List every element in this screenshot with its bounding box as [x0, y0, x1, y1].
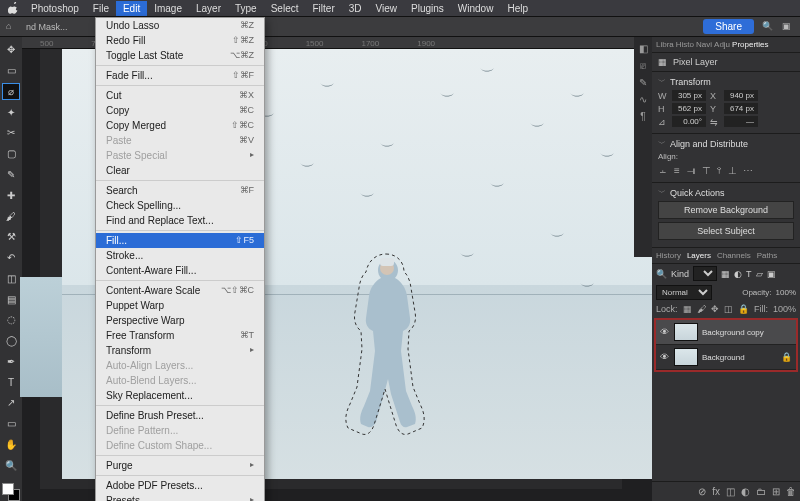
transform-heading[interactable]: Transform	[658, 76, 794, 87]
menu-plugins[interactable]: Plugins	[404, 1, 451, 16]
align-right-icon[interactable]: ⫣	[686, 165, 696, 176]
dock-icon[interactable]: ∿	[639, 94, 647, 105]
filter-smart-icon[interactable]: ▣	[767, 269, 776, 279]
menu-item-search[interactable]: Search⌘F	[96, 183, 264, 198]
select-subject-button[interactable]: Select Subject	[658, 222, 794, 240]
lock-move-icon[interactable]: ✥	[711, 304, 719, 314]
new-layer-icon[interactable]: ⊞	[772, 486, 780, 497]
filter-pixel-icon[interactable]: ▦	[721, 269, 730, 279]
menu-edit[interactable]: Edit	[116, 1, 147, 16]
menu-item-puppet-warp[interactable]: Puppet Warp	[96, 298, 264, 313]
panel-tab-navi[interactable]: Navi	[696, 40, 712, 49]
tool-lasso[interactable]: ⌀	[2, 83, 20, 101]
filter-adjust-icon[interactable]: ◐	[734, 269, 742, 279]
panel-tab-channels[interactable]: Channels	[717, 251, 751, 260]
menu-item-stroke[interactable]: Stroke...	[96, 248, 264, 263]
tool-stamp[interactable]: ⚒	[2, 228, 20, 246]
menu-item-adobe-pdf-presets[interactable]: Adobe PDF Presets...	[96, 478, 264, 493]
menu-layer[interactable]: Layer	[189, 1, 228, 16]
tool-history[interactable]: ↶	[2, 249, 20, 267]
tool-crop[interactable]: ✂	[2, 124, 20, 142]
search-icon[interactable]: 🔍	[762, 21, 774, 33]
menu-item-check-spelling[interactable]: Check Spelling...	[96, 198, 264, 213]
layers-panel-tabs[interactable]: HistoryLayersChannelsPaths	[652, 248, 800, 264]
layers-bottom-bar[interactable]: ⊘ fx ◫ ◐ 🗀 ⊞ 🗑	[652, 481, 800, 501]
home-icon[interactable]: ⌂	[6, 21, 18, 33]
align-heading[interactable]: Align and Distribute	[658, 138, 794, 149]
tool-hand[interactable]: ✋	[2, 436, 20, 454]
mask-icon[interactable]: ◫	[726, 486, 735, 497]
menu-item-clear[interactable]: Clear	[96, 163, 264, 178]
menu-image[interactable]: Image	[147, 1, 189, 16]
kind-select[interactable]	[693, 266, 717, 281]
tool-path[interactable]: ↗	[2, 394, 20, 412]
more-icon[interactable]: ⋯	[743, 165, 753, 176]
filter-type-icon[interactable]: T	[746, 269, 752, 279]
dock-icon[interactable]: ◧	[639, 43, 648, 54]
panel-tab-paths[interactable]: Paths	[757, 251, 777, 260]
menu-item-fade-fill[interactable]: Fade Fill...⇧⌘F	[96, 68, 264, 83]
dock-icon[interactable]: ¶	[640, 111, 645, 122]
tool-move[interactable]: ✥	[2, 41, 20, 59]
menu-view[interactable]: View	[369, 1, 405, 16]
tool-dodge[interactable]: ◯	[2, 332, 20, 350]
menu-photoshop[interactable]: Photoshop	[24, 1, 86, 16]
align-vcenter-icon[interactable]: ⫯	[717, 165, 722, 176]
apple-icon[interactable]	[8, 2, 20, 14]
filter-icon[interactable]: 🔍	[656, 269, 667, 279]
menu-3d[interactable]: 3D	[342, 1, 369, 16]
lock-paint-icon[interactable]: 🖌	[697, 304, 706, 314]
x-field[interactable]: 940 px	[724, 90, 758, 101]
menu-item-define-brush-preset[interactable]: Define Brush Preset...	[96, 408, 264, 423]
height-field[interactable]: 562 px	[672, 103, 706, 114]
menu-select[interactable]: Select	[264, 1, 306, 16]
menu-item-redo-fill[interactable]: Redo Fill⇧⌘Z	[96, 33, 264, 48]
y-field[interactable]: 674 px	[724, 103, 758, 114]
visibility-icon[interactable]: 👁	[660, 327, 670, 337]
layer-filter-row[interactable]: 🔍 Kind ▦ ◐ T ▱ ▣	[652, 264, 800, 283]
panel-tab-history[interactable]: History	[656, 251, 681, 260]
tool-marquee[interactable]: ▭	[2, 62, 20, 80]
menu-item-purge[interactable]: Purge	[96, 458, 264, 473]
tool-pen[interactable]: ✒	[2, 353, 20, 371]
blend-opacity-row[interactable]: Normal Opacity: 100%	[652, 283, 800, 302]
align-icons-row[interactable]: ⫠ ≡ ⫣ ⊤ ⫯ ⊥ ⋯	[658, 163, 794, 178]
fill-value[interactable]: 100%	[773, 304, 796, 314]
panel-tab-histo[interactable]: Histo	[676, 40, 694, 49]
tool-type[interactable]: T	[2, 373, 20, 391]
layers-list[interactable]: 👁Background copy👁Background🔒	[654, 318, 798, 372]
menu-item-perspective-warp[interactable]: Perspective Warp	[96, 313, 264, 328]
tool-gradient[interactable]: ▤	[2, 290, 20, 308]
menu-item-cut[interactable]: Cut⌘X	[96, 88, 264, 103]
panel-tab-properties[interactable]: Properties	[732, 40, 768, 49]
lock-artboard-icon[interactable]: ◫	[724, 304, 733, 314]
menu-item-sky-replacement[interactable]: Sky Replacement...	[96, 388, 264, 403]
menu-item-undo-lasso[interactable]: Undo Lasso⌘Z	[96, 18, 264, 33]
remove-background-button[interactable]: Remove Background	[658, 201, 794, 219]
adjust-icon[interactable]: ◐	[741, 486, 750, 497]
panel-tab-adju[interactable]: Adju	[714, 40, 730, 49]
menu-item-free-transform[interactable]: Free Transform⌘T	[96, 328, 264, 343]
layer-row[interactable]: 👁Background🔒	[656, 345, 796, 370]
edit-menu-dropdown[interactable]: Undo Lasso⌘ZRedo Fill⇧⌘ZToggle Last Stat…	[95, 17, 265, 501]
angle-field[interactable]: 0.00°	[672, 116, 706, 127]
menu-item-presets[interactable]: Presets	[96, 493, 264, 501]
panel-tab-libra[interactable]: Libra	[656, 40, 674, 49]
panel-tab-layers[interactable]: Layers	[687, 251, 711, 260]
visibility-icon[interactable]: 👁	[660, 352, 670, 362]
layer-thumbnail[interactable]	[674, 348, 698, 366]
width-field[interactable]: 305 px	[672, 90, 706, 101]
align-left-icon[interactable]: ⫠	[658, 165, 668, 176]
lock-all-icon[interactable]: 🔒	[738, 304, 749, 314]
group-icon[interactable]: 🗀	[756, 486, 766, 497]
align-bottom-icon[interactable]: ⊥	[728, 165, 737, 176]
dock-icon[interactable]: ⎚	[640, 60, 646, 71]
trash-icon[interactable]: 🗑	[786, 486, 796, 497]
tool-brush[interactable]: 🖌	[2, 207, 20, 225]
tool-eyedropper[interactable]: ✎	[2, 166, 20, 184]
layer-row[interactable]: 👁Background copy	[656, 320, 796, 345]
tool-eraser[interactable]: ◫	[2, 269, 20, 287]
menu-item-toggle-last-state[interactable]: Toggle Last State⌥⌘Z	[96, 48, 264, 63]
layer-name[interactable]: Background copy	[702, 328, 792, 337]
dock-icon[interactable]: ✎	[639, 77, 647, 88]
